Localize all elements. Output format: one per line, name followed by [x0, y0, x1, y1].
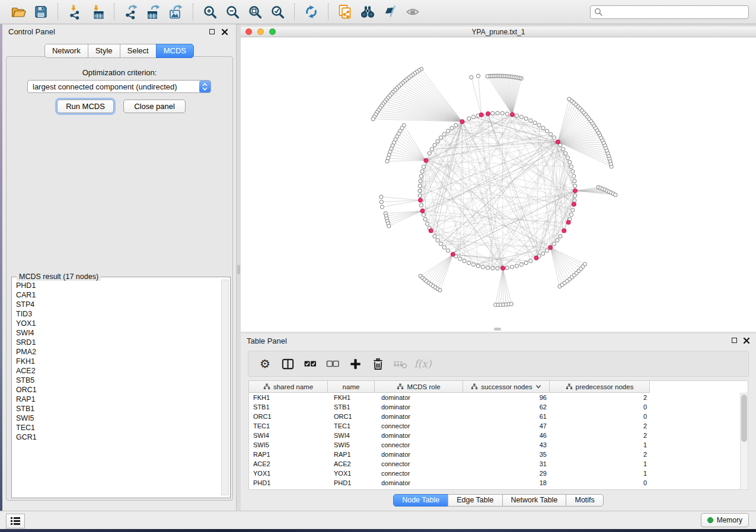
- visual-flag-icon[interactable]: [381, 2, 400, 21]
- mcds-result-item[interactable]: SWI4: [12, 328, 221, 338]
- mcds-list-scrollbar[interactable]: [221, 280, 229, 495]
- cell-predecessor_nodes[interactable]: 2: [551, 450, 652, 459]
- float-panel-icon[interactable]: [209, 29, 215, 34]
- table-tab-motifs[interactable]: Motifs: [566, 494, 603, 507]
- select-all-icon[interactable]: [302, 355, 318, 372]
- column-view-icon[interactable]: [279, 355, 296, 372]
- mcds-result-item[interactable]: CAR1: [12, 290, 221, 300]
- mcds-result-item[interactable]: STB5: [12, 376, 221, 385]
- column-header-predecessor-nodes[interactable]: predecessor nodes: [549, 380, 650, 393]
- close-panel-button[interactable]: Close panel: [123, 100, 186, 113]
- cell-predecessor_nodes[interactable]: 0: [551, 478, 652, 488]
- float-panel-icon[interactable]: [732, 338, 737, 343]
- search-binoculars-icon[interactable]: [358, 2, 377, 21]
- cell-mcds_role[interactable]: dominator: [375, 412, 464, 421]
- search-field[interactable]: [590, 5, 749, 19]
- mcds-result-item[interactable]: STB1: [12, 404, 221, 414]
- cell-successor_nodes[interactable]: 43: [464, 440, 551, 450]
- cell-shared_name[interactable]: FKH1: [248, 393, 328, 402]
- table-row[interactable]: RAP1RAP1dominator352: [248, 450, 739, 459]
- close-panel-icon[interactable]: [743, 337, 750, 344]
- cell-name[interactable]: PHD1: [328, 478, 375, 488]
- zoom-in-icon[interactable]: [200, 2, 219, 21]
- mcds-result-item[interactable]: RAP1: [12, 395, 221, 404]
- table-row[interactable]: SWI5SWI5connector431: [248, 440, 739, 450]
- cell-name[interactable]: RAP1: [328, 450, 375, 459]
- cell-shared_name[interactable]: ACE2: [248, 459, 328, 469]
- network-hscroll-thumb[interactable]: [494, 328, 501, 331]
- table-scrollbar-thumb[interactable]: [741, 395, 747, 442]
- zoom-out-icon[interactable]: [223, 2, 242, 21]
- column-header-shared-name[interactable]: shared name: [248, 380, 328, 393]
- cell-successor_nodes[interactable]: 31: [464, 459, 551, 469]
- table-row[interactable]: ORC1ORC1dominator610: [248, 412, 739, 421]
- export-table-icon[interactable]: [144, 2, 163, 21]
- cell-successor_nodes[interactable]: 29: [464, 469, 551, 478]
- table-row[interactable]: PHD1PHD1dominator180: [248, 478, 739, 488]
- search-input[interactable]: [603, 6, 748, 18]
- cell-successor_nodes[interactable]: 96: [464, 393, 551, 402]
- mcds-result-list[interactable]: PHD1CAR1STP4TID3YOX1SWI4SRD1PMA2FKH1ACE2…: [12, 281, 221, 496]
- column-header-successor-nodes[interactable]: successor nodes: [462, 380, 550, 393]
- cell-predecessor_nodes[interactable]: 0: [551, 412, 652, 421]
- column-header-name[interactable]: name: [327, 380, 375, 393]
- cell-predecessor_nodes[interactable]: 2: [551, 431, 652, 440]
- mcds-result-item[interactable]: FKH1: [12, 357, 221, 366]
- mcds-result-item[interactable]: TEC1: [12, 423, 221, 432]
- mcds-result-item[interactable]: STP4: [12, 300, 221, 309]
- table-row[interactable]: TEC1TEC1connector472: [248, 421, 739, 431]
- cell-mcds_role[interactable]: dominator: [375, 393, 464, 402]
- mcds-result-item[interactable]: GCR1: [12, 432, 221, 442]
- cell-name[interactable]: ACE2: [328, 459, 375, 469]
- zoom-selected-icon[interactable]: [268, 2, 287, 21]
- zoom-fit-icon[interactable]: [245, 2, 264, 21]
- cell-name[interactable]: YOX1: [328, 469, 375, 478]
- show-panels-list-button[interactable]: [6, 514, 25, 528]
- mcds-result-item[interactable]: YOX1: [12, 319, 221, 328]
- tab-style[interactable]: Style: [88, 44, 120, 58]
- open-folder-icon[interactable]: [9, 2, 28, 21]
- cell-shared_name[interactable]: SWI5: [248, 440, 328, 450]
- refresh-icon[interactable]: [302, 2, 321, 21]
- table-scrollbar[interactable]: [740, 393, 748, 490]
- gear-icon[interactable]: ⚙: [257, 355, 273, 372]
- network-window-titlebar[interactable]: YPA_prune.txt_1: [241, 27, 756, 37]
- cell-mcds_role[interactable]: dominator: [375, 431, 464, 440]
- table-tab-network-table[interactable]: Network Table: [502, 494, 567, 507]
- mcds-result-item[interactable]: PHD1: [12, 281, 221, 290]
- cell-shared_name[interactable]: YOX1: [248, 469, 328, 478]
- mcds-result-item[interactable]: SWI5: [12, 414, 221, 423]
- cell-mcds_role[interactable]: connector: [375, 469, 464, 478]
- delete-icon[interactable]: [369, 355, 386, 372]
- cell-shared_name[interactable]: ORC1: [248, 412, 328, 421]
- mcds-result-item[interactable]: SRD1: [12, 338, 221, 347]
- deselect-all-icon[interactable]: [324, 355, 341, 372]
- table-row[interactable]: FKH1FKH1dominator962: [248, 393, 739, 402]
- optimization-criterion-select[interactable]: largest connected component (undirected): [27, 80, 211, 93]
- import-network-icon[interactable]: [65, 2, 84, 21]
- cell-predecessor_nodes[interactable]: 1: [551, 459, 652, 469]
- cell-successor_nodes[interactable]: 61: [464, 412, 551, 421]
- export-image-icon[interactable]: [167, 2, 186, 21]
- add-icon[interactable]: [347, 355, 363, 372]
- cell-shared_name[interactable]: TEC1: [248, 421, 328, 431]
- table-tab-edge-table[interactable]: Edge Table: [448, 494, 502, 507]
- cell-name[interactable]: STB1: [328, 402, 375, 412]
- cell-mcds_role[interactable]: connector: [375, 440, 464, 450]
- network-canvas[interactable]: [241, 37, 756, 332]
- export-network-icon[interactable]: [122, 2, 141, 21]
- tab-select[interactable]: Select: [120, 44, 157, 58]
- cell-successor_nodes[interactable]: 46: [464, 431, 551, 440]
- run-mcds-button[interactable]: Run MCDS: [57, 100, 114, 113]
- cell-mcds_role[interactable]: dominator: [375, 450, 464, 459]
- cell-mcds_role[interactable]: dominator: [375, 478, 464, 488]
- mcds-result-item[interactable]: TID3: [12, 309, 221, 319]
- cell-name[interactable]: FKH1: [328, 393, 375, 402]
- cell-mcds_role[interactable]: dominator: [375, 402, 464, 412]
- cell-predecessor_nodes[interactable]: 1: [551, 440, 652, 450]
- cell-name[interactable]: ORC1: [328, 412, 375, 421]
- table-row[interactable]: STB1STB1dominator620: [248, 402, 739, 412]
- table-row[interactable]: YOX1YOX1connector291: [248, 469, 739, 478]
- cell-successor_nodes[interactable]: 62: [464, 402, 551, 412]
- column-header-MCDS-role[interactable]: MCDS role: [374, 380, 463, 393]
